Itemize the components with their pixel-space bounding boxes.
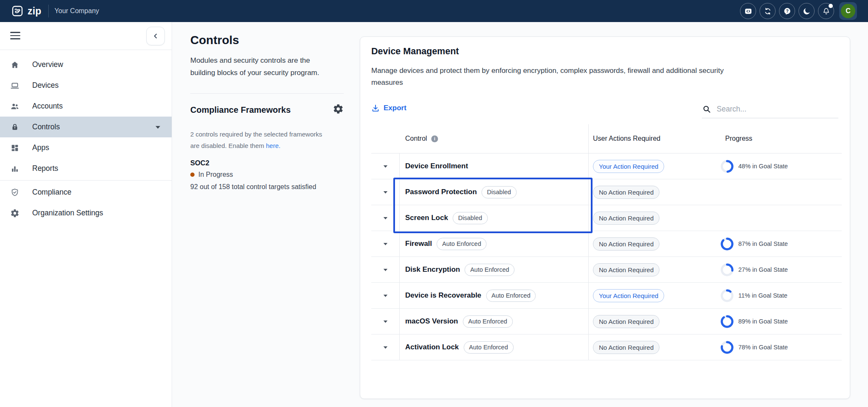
sidebar-item-reports[interactable]: Reports (0, 158, 172, 179)
page-description: Modules and security controls are the bu… (190, 55, 321, 79)
sidebar-item-accounts[interactable]: Accounts (0, 96, 172, 117)
sidebar-item-apps[interactable]: Apps (0, 137, 172, 158)
app-window-icon[interactable] (740, 3, 756, 19)
sidebar: OverviewDevicesAccountsControlsAppsRepor… (0, 22, 172, 407)
control-name: Device Enrollment (405, 162, 468, 170)
table-row-disk-encryption[interactable]: Disk EncryptionAuto EnforcedNo Action Re… (371, 257, 842, 283)
svg-text:?: ? (786, 8, 788, 13)
progress-donut (721, 289, 734, 302)
notifications-icon[interactable] (818, 3, 834, 19)
reports-icon (10, 164, 19, 173)
sidebar-item-compliance[interactable]: Compliance (0, 182, 172, 203)
progress-donut (721, 160, 734, 173)
framework-name: SOC2 (190, 159, 348, 167)
menu-icon[interactable] (10, 32, 20, 39)
sidebar-item-controls[interactable]: Controls (0, 117, 172, 137)
control-state-badge: Auto Enforced (465, 264, 515, 276)
table-row-macos-version[interactable]: macOS VersionAuto EnforcedNo Action Requ… (371, 309, 842, 335)
table-row-screen-lock[interactable]: Screen LockDisabledNo Action Required (371, 205, 842, 231)
people-icon (10, 102, 19, 111)
framework-status: In Progress (190, 171, 348, 178)
export-button[interactable]: Export (371, 104, 406, 112)
notification-dot (829, 4, 833, 8)
expand-row-button[interactable] (381, 344, 389, 351)
progress-donut (721, 237, 734, 251)
sidebar-item-label: Controls (32, 123, 60, 131)
user-action-badge: No Action Required (593, 212, 659, 225)
logo-text: zip (28, 6, 42, 16)
progress-text: 27% in Goal State (738, 266, 788, 273)
table-row-password-protection[interactable]: Password ProtectionDisabledNo Action Req… (371, 179, 842, 205)
control-name: Password Protection (405, 188, 477, 196)
expand-row-button[interactable] (381, 241, 389, 247)
sidebar-item-devices[interactable]: Devices (0, 75, 172, 96)
svg-text:i: i (434, 136, 435, 141)
sidebar-item-label: Accounts (32, 102, 63, 111)
table-row-device-is-recoverable[interactable]: Device is RecoverableAuto EnforcedYour A… (371, 283, 842, 309)
control-name: Device is Recoverable (405, 291, 481, 300)
avatar[interactable]: C (839, 2, 857, 20)
table-row-activation-lock[interactable]: Activation LockAuto EnforcedNo Action Re… (371, 335, 842, 360)
table-header: Control i User Actions Required Progress (371, 124, 842, 153)
zip-logo-icon (11, 5, 24, 17)
enable-here-link[interactable]: here. (266, 142, 280, 149)
chevron-down-icon (383, 165, 388, 168)
expand-row-button[interactable] (381, 318, 389, 325)
chevron-down-icon (383, 191, 388, 194)
progress-text: 87% in Goal State (738, 240, 788, 247)
frameworks-settings-gear-icon[interactable] (333, 103, 344, 116)
sidebar-item-label: Reports (32, 164, 58, 173)
page-title: Controls (190, 33, 348, 47)
avatar-initial: C (841, 4, 855, 18)
progress-donut (721, 341, 734, 354)
laptop-icon (10, 81, 19, 90)
progress-text: 89% in Goal State (738, 318, 788, 325)
expand-row-button[interactable] (381, 215, 389, 221)
user-action-badge: No Action Required (593, 237, 659, 251)
help-icon[interactable]: ? (779, 3, 795, 19)
status-dot (190, 173, 195, 177)
zip-logo[interactable]: zip (11, 5, 42, 17)
chevron-down-icon (383, 294, 388, 297)
sidebar-item-organization-settings[interactable]: Organization Settings (0, 203, 172, 223)
sidebar-item-label: Overview (32, 60, 63, 69)
table-row-device-enrollment[interactable]: Device EnrollmentYour Action Required48%… (371, 153, 842, 179)
lock-icon (10, 123, 19, 132)
search-input[interactable] (716, 104, 837, 114)
expand-row-button[interactable] (381, 267, 389, 273)
collapse-sidebar-button[interactable] (146, 27, 165, 45)
sidebar-item-label: Compliance (32, 188, 71, 197)
chevron-down-icon (383, 268, 388, 271)
table-body: Device EnrollmentYour Action Required48%… (371, 153, 842, 360)
expand-row-button[interactable] (381, 163, 389, 170)
framework-progress-text: 92 out of 158 total control targets sati… (190, 181, 317, 193)
user-action-badge: No Action Required (593, 341, 659, 354)
progress-text: 48% in Goal State (738, 163, 788, 170)
chevron-down-icon (383, 243, 388, 245)
sidebar-divider (0, 50, 172, 50)
control-state-badge: Auto Enforced (464, 341, 514, 354)
app-window: zip Your Company ? C (0, 0, 868, 407)
column-header-user-actions: User Actions Required (593, 135, 660, 142)
topbar-actions: ? C (740, 2, 857, 20)
expand-row-button[interactable] (381, 189, 389, 195)
controls-panel: Controls Modules and security controls a… (190, 33, 348, 193)
sync-icon[interactable] (760, 3, 776, 19)
device-management-card: Device Management Manage devices and pro… (360, 36, 850, 399)
user-action-badge: Your Action Required (593, 289, 664, 302)
info-icon[interactable]: i (431, 135, 438, 142)
column-header-progress: Progress (725, 135, 752, 142)
progress-donut (721, 315, 734, 328)
control-name: Disk Encryption (405, 265, 460, 274)
dark-mode-icon[interactable] (798, 3, 815, 19)
table-row-firewall[interactable]: FirewallAuto EnforcedNo Action Required8… (371, 231, 842, 257)
control-name: Firewall (405, 240, 432, 248)
controls-table: Control i User Actions Required Progress… (371, 124, 842, 360)
chevron-down-icon (155, 125, 161, 129)
frameworks-heading: Compliance Frameworks (190, 105, 291, 115)
control-state-badge: Disabled (481, 186, 516, 198)
chevron-down-icon (383, 320, 388, 323)
sidebar-item-overview[interactable]: Overview (0, 54, 172, 75)
expand-row-button[interactable] (381, 293, 389, 299)
sidebar-item-label: Apps (32, 143, 49, 152)
